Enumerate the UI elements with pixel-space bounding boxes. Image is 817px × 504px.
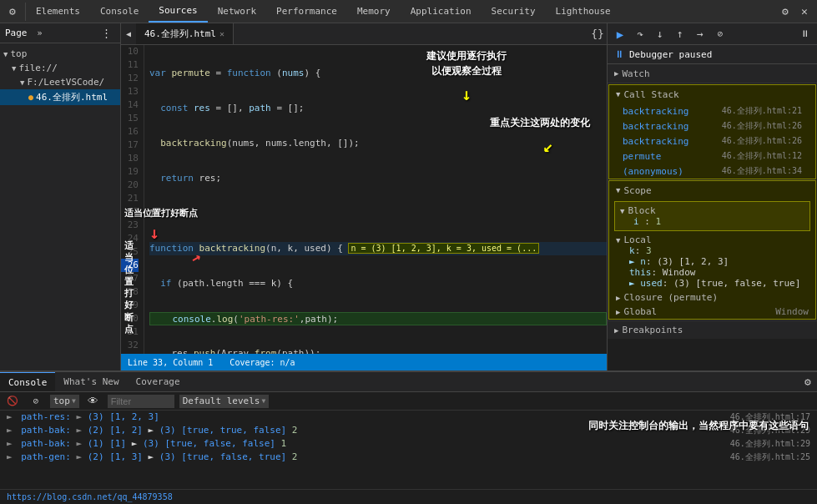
code-content[interactable]: 10 11 12 13 14 15 16 17 18 19 20 21 22 2…	[121, 45, 607, 354]
fn-name-4: (anonymous)	[623, 166, 683, 177]
console-filter-input[interactable]	[108, 395, 174, 408]
watch-header[interactable]: ▶ Watch	[608, 64, 817, 83]
html-file-icon: ●	[28, 93, 33, 102]
console-line-3: ► path-gen: ► (2) [1, 3] ► (3) [true, fa…	[0, 451, 817, 464]
global-title: Global	[623, 306, 657, 317]
scope-block-header[interactable]: ▼ Block	[620, 205, 804, 216]
resume-button[interactable]: ▶	[611, 25, 629, 43]
code-tab-html[interactable]: 46.全排列.html ✕	[136, 23, 234, 44]
devtools-close-icon[interactable]: ✕	[795, 3, 814, 21]
sidebar-tab-page[interactable]: Page	[5, 28, 28, 38]
breakpoints-header[interactable]: ▶ Breakpoints	[608, 320, 817, 339]
sidebar-more-icon[interactable]: ⋮	[97, 24, 115, 43]
coverage-tab[interactable]: Coverage	[128, 372, 189, 391]
call-stack-section: ▼ Call Stack backtracking 46.全排列.html:21…	[608, 84, 816, 179]
tab-memory[interactable]: Memory	[347, 0, 401, 23]
code-area: ◀ 46.全排列.html ✕ {} 10 11 12 13 14 15 16 …	[121, 23, 607, 370]
console-loc-0: 46.全排列.html:17	[730, 411, 810, 423]
call-stack-item-0[interactable]: backtracking 46.全排列.html:21	[609, 103, 815, 118]
local-arrow-icon: ▼	[616, 236, 620, 244]
tab-performance[interactable]: Performance	[266, 0, 347, 23]
local-var-k: k: 3	[616, 245, 809, 256]
code-line-12: backtracking(nums, nums.length, []);	[149, 137, 607, 150]
context-selector[interactable]: top ▼	[50, 395, 79, 408]
file-sidebar: Page » ⋮ ▼ top ▼ file:// ▼ F:/LeetVSCode…	[0, 23, 121, 370]
step-over-button[interactable]: ↷	[631, 25, 649, 43]
sidebar-top-label: top	[10, 48, 27, 59]
levels-arrow-icon: ▼	[261, 397, 265, 405]
tab-application[interactable]: Application	[401, 0, 482, 23]
console-toolbar: 🚫 ⊘ top ▼ 👁 Default levels ▼	[0, 392, 817, 411]
watch-section[interactable]: ▶ Watch	[608, 64, 817, 83]
pause-indicator-icon: ⏸	[614, 48, 624, 60]
tab-sources[interactable]: Sources	[149, 0, 207, 23]
console-loc-3: 46.全排列.html:25	[730, 451, 810, 463]
format-icon[interactable]: {}	[588, 25, 607, 43]
url-text[interactable]: https://blog.csdn.net/qq_44879358	[7, 492, 173, 501]
tab-elements[interactable]: Elements	[26, 0, 90, 23]
code-line-15: function backtracking(n, k, used) { n = …	[149, 242, 607, 255]
deactivate-button[interactable]: ⊘	[711, 25, 729, 43]
console-line-0: ► path-res: ► (3) [1, 2, 3] 46.全排列.html:…	[0, 411, 817, 424]
scope-closure[interactable]: ▶ Closure (permute)	[609, 290, 815, 305]
line-numbers: 10 11 12 13 14 15 16 17 18 19 20 21 22 2…	[121, 45, 144, 354]
code-line-18: res.push(Array.from(path));	[149, 347, 607, 354]
loc-2: 46.全排列.html:26	[722, 135, 802, 147]
pause-exception-button[interactable]: ⏸	[795, 25, 814, 43]
scope-local-header[interactable]: ▼ Local	[616, 234, 809, 245]
whatsnew-tab[interactable]: What's New	[55, 372, 127, 391]
default-levels-selector[interactable]: Default levels ▼	[179, 395, 270, 408]
call-stack-item-1[interactable]: backtracking 46.全排列.html:26	[609, 118, 815, 134]
tab-lighthouse[interactable]: Lighthouse	[546, 0, 621, 23]
watch-label: Watch	[622, 68, 649, 79]
devtools-settings-icon[interactable]: ⚙	[776, 3, 794, 21]
sidebar-item-html[interactable]: ● 46.全排列.html	[0, 89, 120, 105]
block-var-i: i : 1	[620, 216, 804, 227]
breakpoints-arrow-icon: ▶	[614, 326, 618, 335]
call-stack-item-3[interactable]: permute 46.全排列.html:12	[609, 149, 815, 164]
tab-network[interactable]: Network	[208, 0, 266, 23]
fn-name-0: backtracking	[623, 106, 688, 117]
step-button[interactable]: →	[691, 25, 709, 43]
tab-console[interactable]: Console	[90, 0, 149, 23]
bottom-tabs: Console What's New Coverage ⚙	[0, 372, 817, 392]
global-arrow-icon: ▶	[616, 308, 620, 316]
bottom-panel: Console What's New Coverage ⚙ 🚫 ⊘ top ▼ …	[0, 370, 817, 504]
console-text-2: ► path-bak: ► (1) [1] ► (3) [true, false…	[7, 438, 286, 449]
call-stack-item-4[interactable]: (anonymous) 46.全排列.html:34	[609, 164, 815, 179]
console-filter-icon[interactable]: ⊘	[27, 392, 45, 411]
code-line-13: return res;	[149, 172, 607, 185]
call-stack-arrow-icon: ▼	[616, 90, 620, 98]
step-out-button[interactable]: ↑	[671, 25, 689, 43]
code-tab-nav-icon[interactable]: ◀	[121, 25, 136, 43]
clear-console-icon[interactable]: 🚫	[3, 392, 22, 411]
code-tab-bar: ◀ 46.全排列.html ✕ {}	[121, 23, 607, 45]
top-nav: ⚙ Elements Console Sources Network Perfo…	[0, 0, 817, 23]
console-text-3: ► path-gen: ► (2) [1, 3] ► (3) [true, fa…	[7, 451, 297, 462]
console-tab[interactable]: Console	[0, 372, 55, 391]
step-into-button[interactable]: ↓	[651, 25, 669, 43]
loc-0: 46.全排列.html:21	[722, 105, 802, 117]
console-text-0: ► path-res: ► (3) [1, 2, 3]	[7, 411, 159, 422]
sidebar-expand-icon[interactable]: »	[31, 24, 49, 43]
scope-global[interactable]: ▶ Global Window	[609, 305, 815, 319]
console-output[interactable]: ► path-res: ► (3) [1, 2, 3] 46.全排列.html:…	[0, 411, 817, 489]
folder-arrow-icon3: ▼	[20, 78, 24, 87]
code-line-11: const res = [], path = [];	[149, 102, 607, 115]
call-stack-header[interactable]: ▼ Call Stack	[609, 85, 815, 103]
sidebar-item-top[interactable]: ▼ top	[0, 47, 120, 61]
folder-arrow-icon: ▼	[3, 50, 8, 58]
console-eye-icon[interactable]: 👁	[84, 392, 103, 411]
sidebar-item-folder[interactable]: ▼ F:/LeetVSCode/	[0, 75, 120, 89]
console-loc-1: 46.全排列.html:29	[730, 425, 810, 436]
console-settings-icon[interactable]: ⚙	[799, 373, 817, 391]
sidebar-file-label: file://	[18, 63, 57, 73]
call-stack-item-2[interactable]: backtracking 46.全排列.html:26	[609, 134, 815, 149]
close-tab-icon[interactable]: ✕	[219, 29, 224, 38]
tab-security[interactable]: Security	[482, 0, 546, 23]
code-lines-content: var permute = function (nums) { const re…	[144, 45, 607, 354]
settings-icon[interactable]: ⚙	[3, 3, 22, 21]
right-panel-scroll[interactable]: ▶ Watch ▼ Call Stack backtracking 46.全排列…	[608, 64, 817, 370]
sidebar-item-file[interactable]: ▼ file://	[0, 61, 120, 75]
scope-header[interactable]: ▼ Scope	[609, 181, 815, 199]
